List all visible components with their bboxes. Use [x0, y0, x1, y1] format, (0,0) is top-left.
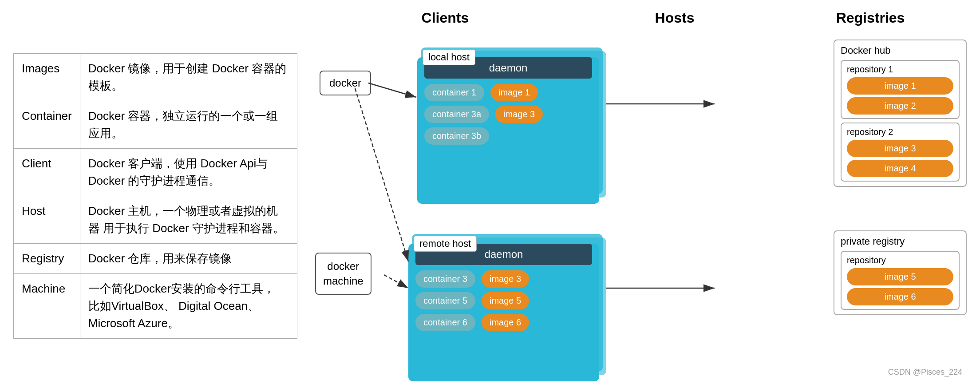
svg-line-2 — [368, 83, 416, 97]
local-host-stack: local host daemon container 1 image 1 co… — [417, 44, 599, 204]
image-3-local: image 3 — [495, 106, 543, 123]
image-5-remote: image 5 — [482, 292, 529, 309]
remote-container-row-1: container 3 image 3 — [415, 270, 592, 288]
remote-host-label: remote host — [414, 236, 477, 252]
remote-container-row-3: container 6 image 6 — [415, 314, 592, 331]
desc-cell: Docker 镜像，用于创建 Docker 容器的模板。 — [80, 54, 297, 101]
table-row: ImagesDocker 镜像，用于创建 Docker 容器的模板。 — [14, 54, 297, 101]
watermark: CSDN @Pisces_224 — [888, 368, 962, 377]
remote-host-stack: remote host daemon container 3 image 3 c… — [408, 230, 599, 381]
table-row: HostDocker 主机，一个物理或者虚拟的机器 用于执行 Docker 守护… — [14, 196, 297, 244]
private-registry-label: private registry — [841, 236, 960, 247]
repo1-image2: image 2 — [847, 97, 953, 115]
repo-1-title: repository 1 — [847, 64, 953, 75]
table-row: Machine一个简化Docker安装的命令行工具， 比如VirtualBox、… — [14, 274, 297, 339]
docker-hub-label: Docker hub — [841, 45, 960, 56]
private-repo-box: repository image 5 image 6 — [841, 251, 960, 310]
table-row: RegistryDocker 仓库，用来保存镜像 — [14, 244, 297, 274]
desc-cell: Docker 主机，一个物理或者虚拟的机器 用于执行 Docker 守护进程和容… — [80, 196, 297, 244]
hosts-header: Hosts — [655, 10, 695, 26]
docker-hub-registry: Docker hub repository 1 image 1 image 2 … — [834, 40, 967, 187]
term-cell: Machine — [14, 274, 80, 339]
registries-header: Registries — [836, 10, 905, 26]
image-6-remote: image 6 — [482, 314, 529, 331]
desc-cell: Docker 客户端，使用 Docker Api与 Docker 的守护进程通信… — [80, 149, 297, 196]
repo-2-title: repository 2 — [847, 127, 953, 137]
repo2-image4: image 4 — [847, 160, 953, 177]
image-3-remote: image 3 — [482, 270, 529, 288]
term-cell: Registry — [14, 244, 80, 274]
container-6: container 6 — [415, 314, 475, 331]
container-5: container 5 — [415, 292, 475, 309]
container-row-1: container 1 image 1 — [424, 84, 592, 101]
term-cell: Client — [14, 149, 80, 196]
terminology-table: ImagesDocker 镜像，用于创建 Docker 容器的模板。Contai… — [13, 53, 297, 339]
container-row-2: container 3a image 3 — [424, 106, 592, 123]
docker-client: docker — [320, 71, 371, 95]
container-1: container 1 — [424, 84, 484, 101]
term-cell: Images — [14, 54, 80, 101]
diagram-headers: Clients Hosts Registries — [315, 10, 967, 26]
private-image5: image 5 — [847, 268, 953, 285]
docker-machine-client: docker machine — [315, 253, 371, 295]
image-1-local: image 1 — [490, 84, 538, 101]
clients-header: Clients — [422, 10, 469, 26]
remote-container-row-2: container 5 image 5 — [415, 292, 592, 309]
repo1-image1: image 1 — [847, 77, 953, 95]
term-cell: Container — [14, 101, 80, 149]
container-3a: container 3a — [424, 106, 489, 123]
docker-hub-box: Docker hub repository 1 image 1 image 2 … — [834, 40, 967, 187]
private-registry-box: private registry repository image 5 imag… — [834, 230, 967, 315]
desc-cell: 一个简化Docker安装的命令行工具， 比如VirtualBox、 Digita… — [80, 274, 297, 339]
svg-line-4 — [384, 275, 408, 288]
term-cell: Host — [14, 196, 80, 244]
diagram-body: docker docker machine local host daemon … — [315, 35, 967, 381]
desc-cell: Docker 仓库，用来保存镜像 — [80, 244, 297, 274]
private-registry: private registry repository image 5 imag… — [834, 230, 967, 315]
repository-1-box: repository 1 image 1 image 2 — [841, 60, 960, 119]
table-row: ClientDocker 客户端，使用 Docker Api与 Docker 的… — [14, 149, 297, 196]
private-image6: image 6 — [847, 288, 953, 305]
docker-architecture-diagram: Clients Hosts Registries docker docker m… — [315, 10, 967, 383]
repository-2-box: repository 2 image 3 image 4 — [841, 123, 960, 182]
desc-cell: Docker 容器，独立运行的一个或一组应用。 — [80, 101, 297, 149]
local-containers: container 1 image 1 container 3a image 3… — [417, 84, 599, 152]
table-row: ContainerDocker 容器，独立运行的一个或一组应用。 — [14, 101, 297, 149]
container-3b: container 3b — [424, 127, 489, 145]
svg-line-3 — [355, 88, 408, 261]
repo2-image3: image 3 — [847, 140, 953, 157]
private-repo-title: repository — [847, 255, 953, 265]
container-row-3: container 3b — [424, 127, 592, 145]
remote-containers: container 3 image 3 container 5 image 5 … — [408, 270, 599, 338]
local-host-label: local host — [423, 49, 475, 65]
container-3: container 3 — [415, 270, 475, 288]
